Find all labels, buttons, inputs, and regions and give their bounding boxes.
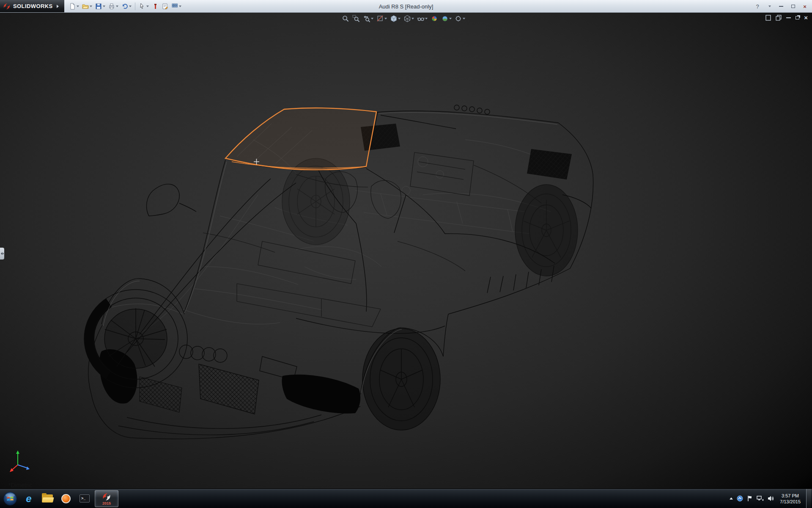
minimize-icon: [786, 17, 791, 18]
solidworks-resource-monitor-tray[interactable]: [737, 495, 743, 502]
help-menu-caret[interactable]: [764, 2, 775, 11]
new-document-icon: [69, 3, 76, 10]
window-title: Audi R8 S [Read-only]: [379, 0, 433, 13]
options-button[interactable]: [170, 1, 183, 11]
view-orientation-button[interactable]: [389, 14, 401, 23]
section-view-button[interactable]: [376, 14, 388, 23]
display-style-cube-icon: [403, 15, 411, 22]
feature-tree-splitter[interactable]: [0, 248, 4, 260]
annotation-note-icon: [162, 3, 168, 10]
solidworks-version-badge: 2015: [102, 502, 111, 505]
close-button[interactable]: ×: [799, 2, 810, 11]
scene-ball-icon: [441, 15, 449, 22]
media-player-button[interactable]: [58, 490, 74, 507]
previous-view-icon: [363, 15, 370, 22]
open-folder-icon: [82, 3, 89, 10]
view-orientation-label: *Dimetric: [8, 482, 33, 489]
undo-button[interactable]: [120, 1, 133, 11]
collapse-arrow-icon: [1, 252, 2, 255]
reference-geometry-button[interactable]: [151, 1, 160, 11]
zoom-to-area-button[interactable]: [351, 14, 361, 23]
clock-time: 3:57 PM: [780, 493, 801, 499]
cascade-windows-icon: [776, 15, 782, 21]
show-hidden-icons-button[interactable]: [730, 497, 733, 500]
command-prompt-button[interactable]: >_: [76, 490, 93, 507]
selected-surface[interactable]: [225, 108, 376, 170]
reference-geometry-icon: [152, 3, 159, 10]
select-button[interactable]: [137, 1, 150, 11]
folder-icon: [42, 494, 53, 502]
print-button[interactable]: [107, 1, 120, 11]
start-button[interactable]: [0, 489, 20, 508]
brand-label: SOLIDWORKS: [13, 3, 53, 9]
internet-explorer-button[interactable]: e: [20, 490, 37, 507]
appearance-ball-icon: [431, 15, 438, 22]
flag-icon: [747, 495, 753, 502]
restore-icon: [796, 16, 799, 19]
clock-date: 7/13/2015: [780, 499, 801, 505]
hide-show-items-button[interactable]: [416, 14, 428, 23]
solidworks-window: SOLIDWORKS: [0, 0, 812, 508]
minimize-icon: [779, 6, 783, 7]
solidworks-taskbar-button[interactable]: 2015: [95, 490, 118, 507]
speaker-icon: [768, 495, 774, 502]
rear-left-wheel: [282, 158, 350, 245]
zoom-to-fit-icon: [342, 15, 349, 22]
print-icon: [108, 3, 115, 10]
window-controls: ? ×: [752, 0, 810, 13]
minimize-document-button[interactable]: [786, 17, 791, 18]
save-floppy-icon: [95, 3, 102, 10]
maximize-icon: [791, 5, 795, 8]
command-prompt-icon: >_: [80, 494, 90, 502]
car-wireframe: [0, 13, 812, 489]
design-binder-button[interactable]: [160, 1, 170, 11]
minimize-button[interactable]: [776, 2, 787, 11]
internet-explorer-icon: e: [26, 494, 31, 503]
open-button[interactable]: [81, 1, 93, 11]
edit-appearance-button[interactable]: [430, 14, 439, 23]
windows-explorer-button[interactable]: [39, 490, 56, 507]
select-cursor-icon: [139, 3, 145, 10]
rear-right-wheel: [515, 185, 578, 276]
show-desktop-button[interactable]: [806, 489, 811, 508]
zoom-to-area-icon: [352, 15, 360, 22]
network-icon: [757, 495, 764, 502]
new-document-button[interactable]: [68, 1, 80, 11]
solidworks-menu-button[interactable]: SOLIDWORKS: [0, 0, 64, 12]
orientation-triad: [9, 446, 36, 473]
document-icon: [765, 15, 771, 21]
resource-monitor-icon: [737, 495, 743, 502]
view-settings-button[interactable]: [454, 14, 466, 23]
title-bar: SOLIDWORKS: [0, 0, 812, 13]
new-window-button[interactable]: [765, 15, 771, 21]
menu-expand-arrow[interactable]: [55, 2, 60, 11]
undo-arrow-icon: [121, 3, 128, 10]
maximize-button[interactable]: [787, 2, 798, 11]
zoom-to-fit-button[interactable]: [341, 14, 350, 23]
cascade-windows-button[interactable]: [776, 15, 782, 21]
interior-lines: [203, 152, 541, 327]
windows-taskbar: e >_ 2015: [0, 489, 812, 508]
help-button[interactable]: ?: [752, 2, 763, 11]
action-center-tray[interactable]: [747, 495, 753, 502]
system-tray: 3:57 PM 7/13/2015: [730, 489, 812, 508]
restore-document-button[interactable]: [796, 16, 799, 19]
media-player-icon: [61, 494, 71, 503]
volume-tray[interactable]: [768, 495, 774, 502]
display-style-button[interactable]: [403, 14, 415, 23]
taskbar-clock[interactable]: 3:57 PM 7/13/2015: [780, 493, 801, 505]
save-button[interactable]: [94, 1, 107, 11]
document-window-controls: ×: [765, 15, 808, 21]
section-view-icon: [376, 15, 384, 22]
front-right-wheel: [362, 329, 440, 430]
view-settings-icon: [455, 15, 462, 22]
previous-view-button[interactable]: [362, 14, 374, 23]
network-tray[interactable]: [757, 495, 764, 502]
close-document-button[interactable]: ×: [804, 15, 808, 20]
apply-scene-button[interactable]: [440, 14, 453, 23]
chevron-up-icon: [730, 497, 733, 500]
windows-start-orb-icon: [3, 491, 17, 506]
glasses-icon: [417, 15, 425, 22]
expand-arrow-icon: [3, 252, 4, 255]
graphics-viewport[interactable]: × *Dimetric: [0, 13, 812, 489]
